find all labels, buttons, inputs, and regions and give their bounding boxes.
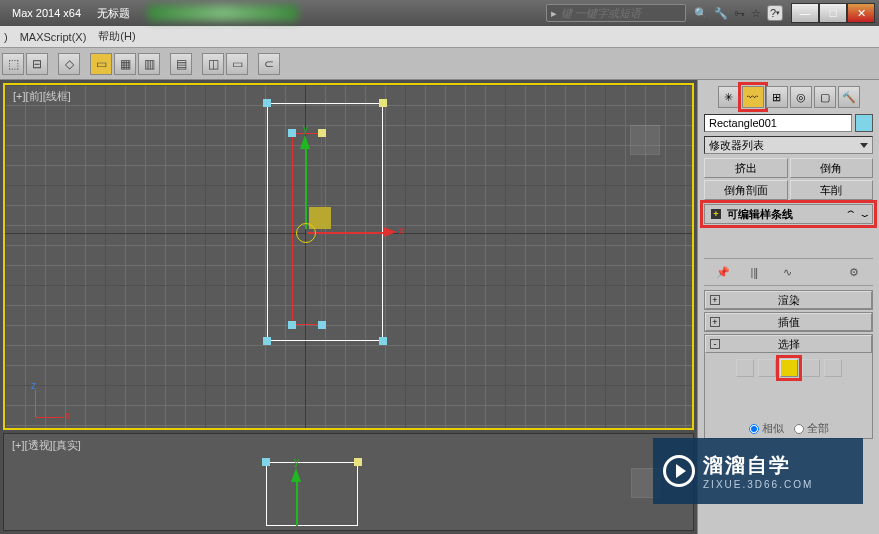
vert-bl[interactable] <box>288 321 296 329</box>
tool-crossing-icon[interactable]: ▥ <box>138 53 160 75</box>
pin-stack-icon[interactable]: 📌 <box>714 263 732 281</box>
search-arrow-icon: ▸ <box>547 7 561 20</box>
binoculars-icon[interactable]: 🔍 <box>694 7 708 20</box>
gizmo-label-y: y <box>303 123 308 134</box>
viewcube[interactable] <box>630 125 662 157</box>
tool-select-icon[interactable]: ▭ <box>90 53 112 75</box>
minimize-button[interactable]: — <box>791 3 819 23</box>
wrench-icon[interactable]: 🔧 <box>714 7 728 20</box>
tool-unlink-icon[interactable]: ⊟ <box>26 53 48 75</box>
title-icons: 🔍 🔧 🗝 ☆ ?▾ <box>694 5 783 21</box>
app-title: Max 2014 x64 <box>4 7 89 19</box>
watermark-url: ZIXUE.3D66.COM <box>703 479 813 490</box>
gizmo-y-arrow-icon[interactable] <box>300 135 310 149</box>
help-button[interactable]: ?▾ <box>767 5 783 21</box>
menu-dropdown-icon[interactable]: ) <box>4 31 8 43</box>
tool-link-icon[interactable]: ⬚ <box>2 53 24 75</box>
tool-layer-icon[interactable]: ▤ <box>170 53 192 75</box>
p-handle-tl[interactable] <box>262 458 270 466</box>
subobj-vertex-icon[interactable] <box>736 359 754 377</box>
tool-window-icon[interactable]: ▦ <box>114 53 136 75</box>
tab-hierarchy-icon[interactable]: ⊞ <box>766 86 788 108</box>
rollout-select-header[interactable]: - 选择 <box>705 335 872 353</box>
object-color-swatch[interactable] <box>855 114 873 132</box>
menu-help[interactable]: 帮助(H) <box>98 29 135 44</box>
show-result-icon[interactable]: |‖ <box>746 263 764 281</box>
sel-handle-bl[interactable] <box>263 337 271 345</box>
rollout-interp: + 插值 <box>704 312 873 332</box>
sel-handle-br[interactable] <box>379 337 387 345</box>
lathe-button[interactable]: 车削 <box>790 180 874 200</box>
config-stack-icon[interactable]: ⚙ <box>845 263 863 281</box>
tab-display-icon[interactable]: ▢ <box>814 86 836 108</box>
rollout-render-label: 渲染 <box>778 293 800 308</box>
tool-schematic-icon[interactable]: ◫ <box>202 53 224 75</box>
stack-editable-spline[interactable]: + 可编辑样条线 ⌃⌄ <box>704 204 873 224</box>
plus-icon: + <box>710 295 720 305</box>
sel-handle-tl[interactable] <box>263 99 271 107</box>
rollout-render-header[interactable]: + 渲染 <box>705 291 872 309</box>
radio-similar[interactable]: 相似 <box>749 421 784 436</box>
rollout-render: + 渲染 <box>704 290 873 310</box>
p-handle-tr[interactable] <box>354 458 362 466</box>
tool-rect-icon[interactable]: ▭ <box>226 53 248 75</box>
tab-utilities-icon[interactable]: 🔨 <box>838 86 860 108</box>
subobj-4-icon[interactable] <box>802 359 820 377</box>
title-blur <box>148 5 298 21</box>
rollout-select-label: 选择 <box>778 337 800 352</box>
p-label-y: y <box>294 456 299 467</box>
search-input[interactable] <box>561 7 661 19</box>
subobj-segment-icon[interactable] <box>758 359 776 377</box>
make-unique-icon[interactable]: ∿ <box>778 263 796 281</box>
stack-item-label: 可编辑样条线 <box>727 207 793 222</box>
minus-icon: - <box>710 339 720 349</box>
doc-title: 无标题 <box>89 6 138 21</box>
star-icon[interactable]: ☆ <box>751 7 761 20</box>
object-name-input[interactable] <box>704 114 852 132</box>
tool-curve-icon[interactable]: ⊂ <box>258 53 280 75</box>
stack-collapse-icon[interactable]: ⌃⌄ <box>844 209 873 219</box>
viewport-perspective[interactable]: [+][透视][真实] y <box>3 433 694 531</box>
main-toolbar: ⬚ ⊟ ◇ ▭ ▦ ▥ ▤ ◫ ▭ ⊂ <box>0 48 879 80</box>
p-gizmo-y[interactable] <box>296 478 298 526</box>
tool-bind-icon[interactable]: ◇ <box>58 53 80 75</box>
tab-create-icon[interactable]: ✳ <box>718 86 740 108</box>
rollout-interp-header[interactable]: + 插值 <box>705 313 872 331</box>
watermark-title: 溜溜自学 <box>703 452 813 479</box>
vert-tl[interactable] <box>288 129 296 137</box>
chamfer-profile-button[interactable]: 倒角剖面 <box>704 180 788 200</box>
key-icon[interactable]: 🗝 <box>734 7 745 19</box>
vert-tr[interactable] <box>318 129 326 137</box>
modifier-list-dropdown[interactable]: 修改器列表 <box>704 136 873 154</box>
viewport-label-front[interactable]: [+][前][线框] <box>13 89 71 104</box>
gizmo-label-x: x <box>399 225 404 236</box>
selection-bounds-p <box>266 462 358 526</box>
gizmo-center[interactable] <box>296 223 316 243</box>
chevron-down-icon <box>860 143 868 148</box>
search-box[interactable]: ▸ <box>546 4 686 22</box>
stack-expand-icon[interactable]: + <box>711 209 721 219</box>
menu-maxscript[interactable]: MAXScript(X) <box>20 31 87 43</box>
modifier-list-label: 修改器列表 <box>709 138 764 153</box>
play-icon <box>663 455 695 487</box>
tab-motion-icon[interactable]: ◎ <box>790 86 812 108</box>
gizmo-y-axis[interactable] <box>305 145 307 229</box>
watermark: 溜溜自学 ZIXUE.3D66.COM <box>653 438 863 504</box>
sel-handle-tr[interactable] <box>379 99 387 107</box>
gizmo-x-arrow-icon[interactable] <box>383 227 397 237</box>
viewport-label-persp[interactable]: [+][透视][真实] <box>12 438 81 453</box>
vert-br[interactable] <box>318 321 326 329</box>
viewport-front[interactable]: [+][前][线框] y x z x <box>3 83 694 430</box>
extrude-button[interactable]: 挤出 <box>704 158 788 178</box>
close-button[interactable]: ✕ <box>847 3 875 23</box>
subobj-spline-icon[interactable] <box>780 359 798 377</box>
p-gizmo-y-arrow-icon[interactable] <box>291 468 301 482</box>
rollout-interp-label: 插值 <box>778 315 800 330</box>
subobj-5-icon[interactable] <box>824 359 842 377</box>
chamfer-button[interactable]: 倒角 <box>790 158 874 178</box>
tab-modify-icon[interactable]: 〰 <box>742 86 764 108</box>
plus-icon: + <box>710 317 720 327</box>
maximize-button[interactable]: □ <box>819 3 847 23</box>
radio-all[interactable]: 全部 <box>794 421 829 436</box>
gizmo-x-axis[interactable] <box>307 232 385 234</box>
